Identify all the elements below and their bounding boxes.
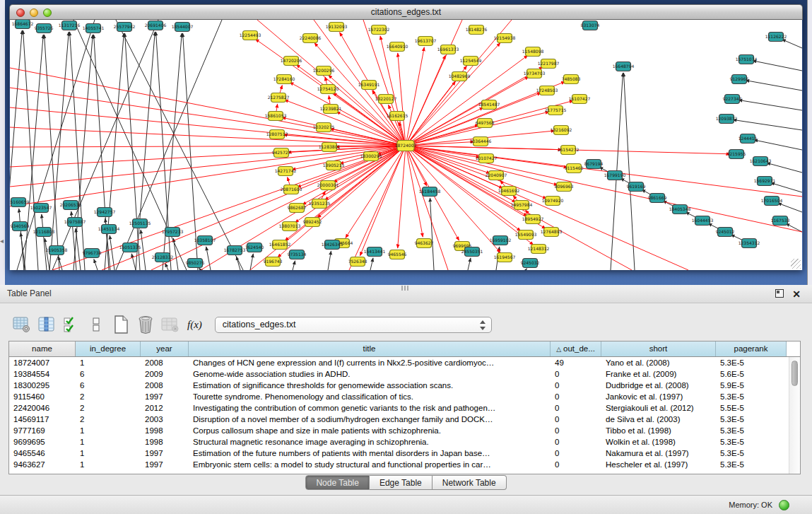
- network-node[interactable]: 13807013: [279, 222, 301, 231]
- network-node[interactable]: 18200296: [313, 66, 335, 76]
- network-edge[interactable]: [285, 146, 406, 240]
- scrollbar-thumb[interactable]: [792, 361, 798, 386]
- network-edge[interactable]: [746, 81, 802, 90]
- network-node[interactable]: 9425727: [272, 148, 291, 158]
- table-row[interactable]: 969969511998Structural magnetic resonanc…: [9, 436, 800, 448]
- table-row[interactable]: 1830029562008Estimation of significance …: [9, 380, 800, 391]
- network-node[interactable]: 9735134: [288, 250, 307, 259]
- float-panel-icon[interactable]: [775, 289, 784, 298]
- network-edge[interactable]: [767, 163, 802, 173]
- table-row[interactable]: 2242004622012Investigating the contribut…: [9, 402, 800, 414]
- network-node[interactable]: 21905358: [46, 246, 68, 255]
- column-header-in_degree[interactable]: in_degree: [76, 341, 141, 356]
- network-node[interactable]: 18541487: [478, 100, 500, 110]
- table-row[interactable]: 1938455462009Genome-wide association stu…: [9, 368, 800, 380]
- network-node[interactable]: 9796738: [83, 249, 102, 258]
- network-node[interactable]: 1244415: [739, 134, 758, 144]
- network-edge[interactable]: [165, 263, 168, 270]
- network-edge[interactable]: [360, 146, 406, 256]
- network-node[interactable]: 18724007: [395, 141, 417, 151]
- network-edge[interactable]: [430, 198, 434, 270]
- network-edge[interactable]: [76, 228, 81, 270]
- network-edge[interactable]: [10, 68, 406, 146]
- network-node[interactable]: 16648794: [613, 62, 635, 71]
- show-columns-button[interactable]: [36, 315, 57, 334]
- network-node[interactable]: 8313074: [581, 21, 600, 30]
- network-edge[interactable]: [136, 32, 155, 270]
- network-node[interactable]: 11317216: [59, 21, 81, 30]
- network-edge[interactable]: [173, 238, 178, 270]
- network-node[interactable]: 20871603: [281, 185, 302, 194]
- panel-splitter-handle[interactable]: [401, 286, 410, 291]
- network-edge[interactable]: [70, 32, 85, 270]
- memory-status-indicator[interactable]: [779, 500, 789, 510]
- network-node[interactable]: 17284160: [273, 75, 295, 84]
- network-edge[interactable]: [782, 40, 802, 48]
- network-node[interactable]: 12505135: [129, 219, 151, 228]
- network-node[interactable]: 21275827: [268, 93, 290, 103]
- network-edge[interactable]: [20, 233, 25, 270]
- network-edge[interactable]: [380, 36, 406, 146]
- network-node[interactable]: 10975887: [64, 218, 86, 227]
- network-node[interactable]: 17957233: [162, 228, 184, 237]
- network-node[interactable]: 17248503: [536, 86, 558, 95]
- network-edge[interactable]: [293, 261, 295, 270]
- network-node[interactable]: 16162615: [387, 112, 408, 121]
- network-node[interactable]: 12254493: [240, 31, 261, 40]
- network-node[interactable]: 12754120: [317, 85, 339, 94]
- network-node[interactable]: 9465546: [388, 250, 407, 259]
- column-header-out_de[interactable]: △out_de...: [551, 341, 601, 356]
- network-node[interactable]: 25160659: [10, 198, 29, 207]
- network-node[interactable]: 9862687: [288, 204, 307, 213]
- network-node[interactable]: 18300295: [360, 152, 382, 161]
- delete-columns-button[interactable]: [135, 315, 156, 334]
- network-node[interactable]: 20691406: [145, 21, 167, 30]
- network-node[interactable]: 15692971: [754, 177, 776, 186]
- network-node[interactable]: 9850276: [186, 259, 205, 268]
- network-edge[interactable]: [406, 43, 500, 146]
- network-node[interactable]: 16044453: [692, 216, 714, 226]
- network-node[interactable]: 18544007: [172, 23, 194, 32]
- network-edge[interactable]: [526, 269, 526, 270]
- delete-table-button[interactable]: [160, 315, 181, 334]
- network-edge[interactable]: [777, 203, 802, 212]
- network-node[interactable]: 16864672: [12, 20, 34, 29]
- network-edge[interactable]: [284, 100, 406, 146]
- network-edge[interactable]: [623, 73, 635, 270]
- network-edge[interactable]: [141, 230, 146, 270]
- network-node[interactable]: 9115460: [565, 164, 584, 173]
- network-node[interactable]: 12354312: [739, 239, 760, 248]
- column-header-pagerank[interactable]: pagerank: [716, 341, 787, 356]
- table-row[interactable]: 977716911998Corpus callosum shape and si…: [9, 425, 800, 436]
- panel-collapse-icon[interactable]: ◂: [0, 238, 4, 245]
- network-node[interactable]: 8679194: [584, 160, 604, 169]
- column-header-title[interactable]: title: [189, 341, 551, 356]
- network-node[interactable]: 18954927: [522, 215, 544, 224]
- network-node[interactable]: 24550351: [461, 247, 483, 257]
- network-node[interactable]: 18148276: [466, 25, 488, 35]
- network-node[interactable]: 19132093: [326, 23, 348, 32]
- network-edge[interactable]: [739, 100, 802, 110]
- network-edge[interactable]: [754, 140, 802, 150]
- network-node[interactable]: 20206535: [60, 201, 82, 210]
- close-panel-icon[interactable]: ✕: [792, 287, 801, 301]
- network-node[interactable]: 12764893: [541, 228, 563, 237]
- network-edge[interactable]: [406, 47, 424, 146]
- network-edge[interactable]: [94, 259, 98, 270]
- tab-network-table[interactable]: Network Table: [433, 475, 507, 490]
- network-node[interactable]: 25128332: [152, 253, 174, 262]
- network-edge[interactable]: [10, 30, 22, 270]
- network-edge[interactable]: [370, 258, 373, 270]
- network-node[interactable]: 7526348: [348, 257, 367, 267]
- network-edge[interactable]: [49, 32, 69, 270]
- table-row[interactable]: 946554611997Estimation of the future num…: [9, 448, 800, 459]
- network-edge[interactable]: [328, 251, 331, 270]
- network-edge[interactable]: [42, 214, 47, 270]
- network-node[interactable]: 18426343: [322, 240, 343, 250]
- table-options-button[interactable]: [11, 315, 33, 334]
- network-node[interactable]: 11126222: [765, 33, 787, 42]
- network-node[interactable]: 13216092: [551, 126, 572, 135]
- create-column-button[interactable]: [110, 315, 131, 334]
- network-node[interactable]: 16461852: [269, 240, 291, 250]
- network-node[interactable]: 16640910: [387, 42, 408, 52]
